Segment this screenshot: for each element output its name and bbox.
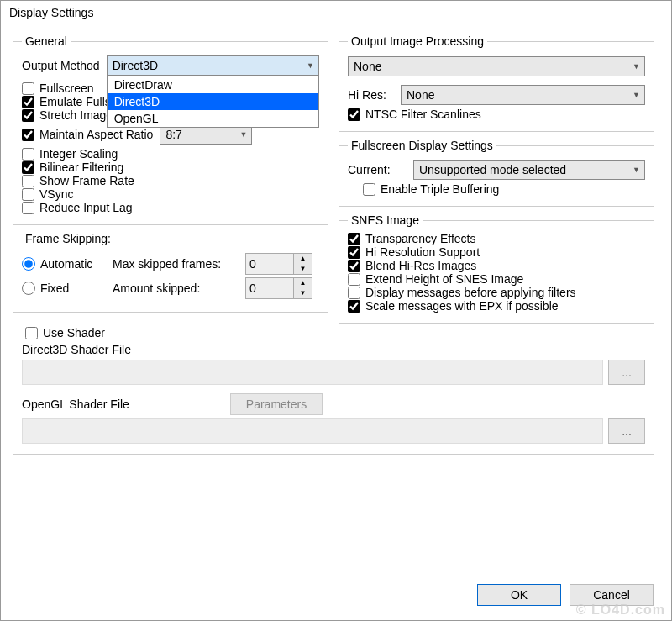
ntsc-checkbox[interactable] xyxy=(348,108,360,121)
d3d-shader-label: Direct3D Shader File xyxy=(22,343,645,356)
aspect-value: 8:7 xyxy=(165,128,181,141)
stretch-label: Stretch Image xyxy=(39,108,113,122)
chevron-down-icon: ▼ xyxy=(633,91,640,99)
spinner-up-icon[interactable]: ▲ xyxy=(294,254,312,264)
d3d-shader-input[interactable] xyxy=(22,360,603,385)
hires-support-label: Hi Resolution Support xyxy=(365,245,480,259)
ogl-browse-button[interactable]: ... xyxy=(608,418,645,444)
bilinear-label: Bilinear Filtering xyxy=(39,161,123,174)
integer-label: Integer Scaling xyxy=(39,147,118,161)
output-method-option-opengl[interactable]: OpenGL xyxy=(108,110,318,127)
triple-buffering-label: Enable Triple Buffering xyxy=(381,182,499,196)
hires-label: Hi Res: xyxy=(348,88,394,102)
spinner-down-icon[interactable]: ▼ xyxy=(294,288,312,298)
amount-skipped-spinner[interactable]: ▲▼ xyxy=(245,277,312,299)
watermark: © LO4D.com xyxy=(576,603,665,618)
aspect-label: Maintain Aspect Ratio xyxy=(39,128,153,141)
snes-image-group: SNES Image Transparency Effects Hi Resol… xyxy=(339,213,654,324)
integer-checkbox[interactable] xyxy=(22,148,34,161)
hires-support-checkbox[interactable] xyxy=(348,246,360,259)
ogl-shader-label: OpenGL Shader File xyxy=(22,397,223,411)
frameskip-auto-label: Automatic xyxy=(40,257,92,271)
extend-checkbox[interactable] xyxy=(348,273,360,286)
output-processing-value: None xyxy=(354,60,381,73)
chevron-down-icon: ▼ xyxy=(633,62,640,71)
chevron-down-icon: ▼ xyxy=(239,130,247,139)
amount-skipped-label: Amount skipped: xyxy=(113,282,239,295)
transparency-label: Transparency Effects xyxy=(365,232,476,245)
scale-msg-label: Scale messages with EPX if possible xyxy=(365,299,559,313)
fullscreen-display-group: Fullscreen Display Settings Current: Uns… xyxy=(339,139,654,207)
d3d-browse-button[interactable]: ... xyxy=(608,360,645,385)
display-msg-checkbox[interactable] xyxy=(348,287,360,299)
stretch-checkbox[interactable] xyxy=(22,109,34,122)
output-method-combo[interactable]: Direct3D ▼ DirectDraw Direct3D OpenGL xyxy=(107,55,319,76)
ok-button[interactable]: OK xyxy=(477,584,561,606)
blend-label: Blend Hi-Res Images xyxy=(365,259,476,272)
ntsc-label: NTSC Filter Scanlines xyxy=(365,108,481,121)
output-method-option-direct3d[interactable]: Direct3D xyxy=(108,93,318,110)
amount-skipped-input[interactable] xyxy=(246,278,293,298)
max-skipped-input[interactable] xyxy=(246,254,293,274)
fullscreen-display-legend: Fullscreen Display Settings xyxy=(348,139,496,152)
frameskip-group: Frame Skipping: Automatic Max skipped fr… xyxy=(13,232,328,313)
triple-buffering-checkbox[interactable] xyxy=(363,183,375,196)
framerate-checkbox[interactable] xyxy=(22,175,34,187)
general-group: General Output Method Direct3D ▼ DirectD… xyxy=(13,34,328,225)
ogl-shader-input[interactable] xyxy=(22,418,603,444)
display-settings-window: Display Settings General Output Method D… xyxy=(0,0,672,621)
frameskip-auto-radio[interactable] xyxy=(22,257,35,271)
spinner-up-icon[interactable]: ▲ xyxy=(294,278,312,288)
output-processing-combo[interactable]: None ▼ xyxy=(348,56,645,76)
output-processing-group: Output Image Processing None ▼ Hi Res: N… xyxy=(339,34,654,132)
snes-image-legend: SNES Image xyxy=(348,213,423,227)
current-mode-combo[interactable]: Unsupported mode selected ▼ xyxy=(413,160,645,180)
display-msg-label: Display messages before applying filters xyxy=(365,286,576,299)
output-method-option-directdraw[interactable]: DirectDraw xyxy=(108,76,318,93)
fullscreen-label: Fullscreen xyxy=(39,82,94,95)
frameskip-fixed-label: Fixed xyxy=(40,282,69,295)
current-label: Current: xyxy=(348,163,407,176)
chevron-down-icon: ▼ xyxy=(307,61,314,70)
transparency-checkbox[interactable] xyxy=(348,233,360,245)
output-method-label: Output Method xyxy=(22,59,100,72)
inputlag-label: Reduce Input Lag xyxy=(39,201,133,214)
max-skipped-spinner[interactable]: ▲▼ xyxy=(245,253,312,275)
framerate-label: Show Frame Rate xyxy=(39,174,134,187)
current-mode-value: Unsupported mode selected xyxy=(419,163,566,176)
use-shader-label: Use Shader xyxy=(43,326,105,339)
chevron-down-icon: ▼ xyxy=(633,166,640,174)
scale-msg-checkbox[interactable] xyxy=(348,300,360,313)
hires-combo[interactable]: None ▼ xyxy=(401,85,645,105)
output-method-dropdown: DirectDraw Direct3D OpenGL xyxy=(107,76,319,128)
blend-checkbox[interactable] xyxy=(348,260,360,272)
vsync-checkbox[interactable] xyxy=(22,188,34,201)
extend-label: Extend Height of SNES Image xyxy=(365,272,523,286)
window-title: Display Settings xyxy=(1,1,671,26)
hires-value: None xyxy=(407,88,434,102)
frameskip-legend: Frame Skipping: xyxy=(22,232,114,245)
aspect-checkbox[interactable] xyxy=(22,129,34,141)
inputlag-checkbox[interactable] xyxy=(22,202,34,214)
fullscreen-checkbox[interactable] xyxy=(22,82,34,95)
parameters-button[interactable]: Parameters xyxy=(230,393,323,415)
output-method-value: Direct3D xyxy=(113,59,158,72)
shader-group: Use Shader Direct3D Shader File ... Open… xyxy=(13,334,654,455)
output-processing-legend: Output Image Processing xyxy=(348,34,487,48)
frameskip-fixed-radio[interactable] xyxy=(22,282,35,295)
use-shader-checkbox[interactable] xyxy=(25,327,38,339)
spinner-down-icon[interactable]: ▼ xyxy=(294,264,312,274)
vsync-label: VSync xyxy=(39,187,73,201)
general-legend: General xyxy=(22,34,71,48)
emulate-fullscreen-checkbox[interactable] xyxy=(22,96,34,108)
max-skipped-label: Max skipped frames: xyxy=(113,257,239,271)
bilinear-checkbox[interactable] xyxy=(22,161,34,174)
